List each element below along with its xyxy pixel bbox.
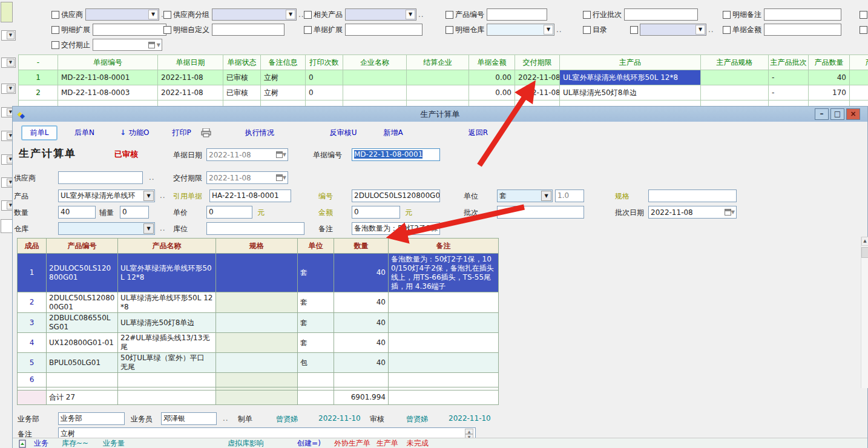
scroll-up-arrow[interactable]: ▲ <box>861 237 868 246</box>
detail-column-header[interactable]: 成品 <box>18 239 47 254</box>
grid-cell[interactable] <box>343 70 407 85</box>
catalog-more-button[interactable]: .. <box>708 25 714 34</box>
grid-column-header[interactable]: 结算企业 <box>407 55 469 70</box>
detail-cell[interactable]: UL草绿清光单线环形50L 12*8 <box>118 292 216 313</box>
spinner-up-icon[interactable]: ▲ <box>465 429 473 434</box>
detail-cell[interactable]: 40 <box>334 292 389 313</box>
supplier-group-filter-select[interactable]: ▼ <box>212 8 297 21</box>
detail-cell[interactable]: UL室外草绿清光单线环形50L 12*8 <box>118 254 216 292</box>
product-more-button[interactable]: .. <box>160 191 166 200</box>
grid-cell[interactable] <box>701 85 769 100</box>
grid-cell[interactable]: MD-22-11-08-0001 <box>58 70 158 85</box>
supplier-more-button[interactable]: .. <box>149 173 155 182</box>
printer-icon[interactable] <box>201 128 211 137</box>
detail-cell[interactable]: 2DULC50LS1208000G01 <box>47 292 118 313</box>
maximize-button[interactable]: □ <box>830 108 844 120</box>
detail-cell[interactable] <box>216 254 298 292</box>
next-doc-button[interactable]: 后单N <box>74 128 94 138</box>
chevron-down-icon[interactable]: ▼ <box>286 10 295 19</box>
batch-date-input[interactable]: 2022-11-08▼ <box>648 206 737 219</box>
grid-column-header[interactable]: 主产品 <box>560 55 701 70</box>
doc-no-input[interactable]: MD-22-11-08-0001 <box>352 148 440 161</box>
spec-input[interactable] <box>648 189 737 202</box>
detail-cell[interactable] <box>389 313 499 333</box>
price-input[interactable]: 0 <box>206 206 252 219</box>
aux-qty-input[interactable]: 0 <box>120 206 149 219</box>
detail-custom-filter-input[interactable] <box>212 24 284 36</box>
statusbar-link[interactable]: 外协生产单 <box>334 438 370 448</box>
detail-cell[interactable]: 1 <box>18 254 47 292</box>
detail-cell[interactable] <box>216 373 298 387</box>
detail-cell[interactable]: 2DBULC086550LSG01 <box>47 313 118 333</box>
detail-row[interactable]: 12DULOC50LS120800G01UL室外草绿清光单线环形50L 12*8… <box>18 254 499 292</box>
detail-cell[interactable] <box>216 333 298 353</box>
supplier-checkbox[interactable] <box>51 11 59 19</box>
chevron-down-icon[interactable]: ▼ <box>157 42 160 48</box>
batch-input[interactable]: - <box>497 206 584 219</box>
cutoff-checkbox[interactable] <box>860 26 867 34</box>
minimize-button[interactable]: – <box>815 108 829 120</box>
detail-warehouse-more-button[interactable]: .. <box>556 25 562 34</box>
catalog-filter-select[interactable]: ▼ <box>640 24 706 36</box>
grid-cell[interactable]: 2 <box>19 85 58 100</box>
detail-cell[interactable]: 包 <box>298 353 334 373</box>
scrollbar-thumb[interactable] <box>861 247 868 258</box>
industry-batch-checkbox[interactable] <box>583 11 591 19</box>
doc-amount-checkbox[interactable] <box>723 26 731 34</box>
supplier-input[interactable] <box>58 171 143 184</box>
detail-cell[interactable]: 50灯UL草绿（室外）平口 无尾 <box>118 353 216 373</box>
salesman-input[interactable]: 邓泽银 <box>161 412 217 425</box>
delivery-until-date-input[interactable]: ▼ <box>93 39 162 51</box>
chevron-down-icon[interactable]: ▼ <box>283 152 286 157</box>
detail-row[interactable]: 6 <box>18 373 499 387</box>
grid-column-header[interactable]: - <box>19 55 58 70</box>
detail-row[interactable]: 22DULC50LS1208000G01UL草绿清光单线环形50L 12*8套4… <box>18 292 499 313</box>
grid-column-header[interactable]: 产品数量 <box>809 55 850 70</box>
detail-column-header[interactable]: 数量 <box>334 239 389 254</box>
related-product-checkbox[interactable] <box>304 11 312 19</box>
dept-input[interactable]: 业务部 <box>58 412 125 425</box>
related-product-more-button[interactable]: .. <box>418 10 424 19</box>
detail-cell[interactable] <box>389 353 499 373</box>
grid-cell[interactable]: 立树 <box>261 70 306 85</box>
grid-cell[interactable]: 2022-11-08 <box>515 85 560 100</box>
chevron-down-icon[interactable]: ▼ <box>7 31 15 39</box>
grid-cell[interactable] <box>701 70 769 85</box>
statusbar-link[interactable]: 业务量 <box>103 438 125 448</box>
grid-cell[interactable]: UL草绿清光50灯8单边 <box>560 85 701 100</box>
grid-cell[interactable] <box>407 70 469 85</box>
detail-note-checkbox[interactable] <box>723 11 731 19</box>
detail-cell[interactable] <box>389 292 499 313</box>
strip-dropdown-button[interactable]: ▼ <box>1 30 16 41</box>
supplier-group-checkbox[interactable] <box>163 11 171 19</box>
detail-cell[interactable]: 40 <box>334 353 389 373</box>
grid-cell[interactable]: 0 <box>306 70 343 85</box>
grid-cell[interactable]: 立树 <box>261 85 306 100</box>
grid-cell[interactable]: 1 <box>19 70 58 85</box>
note-input[interactable]: 备泡数量为：50灯2子1保， <box>352 222 440 235</box>
warehouse-select[interactable]: ▼ <box>58 222 155 235</box>
qty-input[interactable]: 40 <box>58 206 96 219</box>
back-button[interactable]: 返回R <box>469 128 488 138</box>
function-menu-button[interactable]: 功能O <box>129 128 149 138</box>
doc-amount-filter-input[interactable] <box>764 24 841 36</box>
detail-row[interactable]: 32DBULC086550LSG01UL草绿清光50灯8单边套40 <box>18 313 499 333</box>
detail-cell[interactable]: 40 <box>334 333 389 353</box>
grid-cell[interactable]: 0.00 <box>469 70 515 85</box>
chevron-down-icon[interactable]: ▼ <box>148 10 158 19</box>
warehouse-more-button[interactable]: .. <box>160 224 166 232</box>
detail-cell[interactable] <box>389 333 499 353</box>
detail-cell[interactable] <box>216 313 298 333</box>
statusbar-link[interactable]: 生产单 <box>376 438 398 448</box>
detail-cell[interactable]: 4 <box>18 333 47 353</box>
statusbar-link[interactable]: 业务 <box>34 438 48 448</box>
ref-doc-input[interactable]: HA-22-11-08-0001 <box>209 189 291 202</box>
industry-batch-filter-input[interactable] <box>624 8 698 21</box>
grid-row[interactable]: 1MD-22-11-08-00012022-11-08已审核立树00.00202… <box>19 70 868 85</box>
grid-cell[interactable]: 2022-11-08 <box>158 70 223 85</box>
code-input[interactable]: 2DULOC50LS120800G01 <box>352 189 440 202</box>
detail-cell[interactable] <box>216 292 298 313</box>
vertical-scrollbar[interactable]: ▲ <box>861 237 868 388</box>
exec-status-button[interactable]: 执行情况 <box>245 128 274 138</box>
statusbar-link[interactable]: 库存~~ <box>62 438 88 448</box>
